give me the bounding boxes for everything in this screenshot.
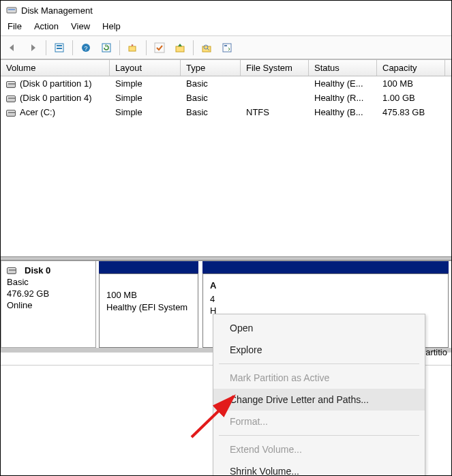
toolbar: ? bbox=[1, 36, 451, 59]
col-layout[interactable]: Layout bbox=[110, 60, 181, 76]
menu-open[interactable]: Open bbox=[213, 317, 425, 339]
svg-rect-15 bbox=[224, 45, 227, 46]
svg-rect-9 bbox=[155, 43, 164, 53]
forward-button[interactable] bbox=[25, 40, 40, 55]
search-folder-icon[interactable] bbox=[199, 40, 214, 55]
svg-rect-8 bbox=[129, 46, 136, 51]
context-menu: Open Explore Mark Partition as Active Ch… bbox=[213, 314, 425, 476]
volume-type: Basic bbox=[181, 106, 241, 118]
menu-view[interactable]: View bbox=[71, 21, 90, 31]
menu-mark-active: Mark Partition as Active bbox=[213, 367, 425, 389]
svg-rect-7 bbox=[102, 44, 110, 52]
disk-type: Basic bbox=[7, 277, 90, 287]
disk-icon bbox=[7, 267, 16, 274]
back-button[interactable] bbox=[5, 40, 20, 55]
partition-status: Healthy (EFI System bbox=[106, 301, 191, 314]
svg-text:?: ? bbox=[84, 45, 87, 52]
help-icon[interactable]: ? bbox=[78, 40, 93, 55]
drive-icon bbox=[6, 110, 16, 117]
volume-list[interactable]: (Disk 0 partition 1) Simple Basic Health… bbox=[1, 76, 451, 256]
menu-change-drive-letter[interactable]: Change Drive Letter and Paths... bbox=[213, 389, 425, 411]
partition-letter: A bbox=[210, 280, 220, 292]
volume-row[interactable]: Acer (C:) Simple Basic NTFS Healthy (B..… bbox=[1, 105, 451, 119]
volume-row[interactable]: (Disk 0 partition 4) Simple Basic Health… bbox=[1, 91, 451, 105]
volume-capacity: 100 MB bbox=[377, 78, 445, 89]
menu-format: Format... bbox=[213, 411, 425, 432]
window-title: Disk Management bbox=[21, 5, 93, 16]
title-bar: Disk Management bbox=[1, 1, 451, 18]
drive-icon bbox=[6, 95, 16, 102]
volume-status: Healthy (E... bbox=[309, 78, 377, 89]
app-icon bbox=[6, 5, 17, 16]
col-volume[interactable]: Volume bbox=[1, 60, 110, 76]
disk-name: Disk 0 bbox=[25, 265, 50, 276]
menu-shrink[interactable]: Shrink Volume... bbox=[213, 460, 425, 476]
volume-name: Acer (C:) bbox=[20, 107, 55, 117]
volume-layout: Simple bbox=[110, 92, 181, 104]
svg-rect-1 bbox=[8, 9, 15, 10]
refresh-icon[interactable] bbox=[99, 40, 114, 55]
partition-efi[interactable]: 100 MB Healthy (EFI System bbox=[99, 261, 198, 348]
volume-capacity: 475.83 GB bbox=[377, 106, 445, 118]
volume-layout: Simple bbox=[110, 106, 181, 118]
partition-size: 100 MB bbox=[106, 289, 191, 301]
volume-status: Healthy (B... bbox=[309, 106, 377, 118]
menu-help[interactable]: Help bbox=[102, 21, 121, 31]
menu-action[interactable]: Action bbox=[34, 21, 59, 31]
col-filesystem[interactable]: File System bbox=[241, 60, 309, 76]
up-folder-icon[interactable] bbox=[172, 40, 187, 55]
settings-list-icon[interactable] bbox=[52, 40, 67, 55]
col-capacity[interactable]: Capacity bbox=[377, 60, 445, 76]
volume-list-header: Volume Layout Type File System Status Ca… bbox=[1, 59, 451, 76]
svg-rect-14 bbox=[223, 44, 231, 52]
volume-layout: Simple bbox=[110, 78, 181, 89]
volume-fs: NTFS bbox=[241, 106, 309, 118]
volume-fs bbox=[241, 98, 309, 99]
properties-icon[interactable] bbox=[220, 40, 235, 55]
svg-rect-4 bbox=[57, 48, 62, 49]
svg-rect-10 bbox=[176, 46, 184, 52]
disk-size: 476.92 GB bbox=[7, 288, 90, 299]
volume-capacity: 1.00 GB bbox=[377, 92, 445, 104]
volume-type: Basic bbox=[181, 92, 241, 104]
menu-bar: File Action View Help bbox=[1, 18, 451, 36]
volume-type: Basic bbox=[181, 78, 241, 89]
volume-name: (Disk 0 partition 1) bbox=[20, 78, 91, 89]
svg-rect-3 bbox=[57, 45, 62, 46]
volume-fs bbox=[241, 83, 309, 85]
drive-icon bbox=[6, 81, 16, 88]
check-icon[interactable] bbox=[152, 40, 167, 55]
action-flag-icon[interactable] bbox=[125, 40, 140, 55]
volume-status: Healthy (R... bbox=[309, 92, 377, 104]
disk-label[interactable]: Disk 0 Basic 476.92 GB Online bbox=[1, 261, 96, 348]
col-status[interactable]: Status bbox=[309, 60, 377, 76]
volume-name: (Disk 0 partition 4) bbox=[20, 93, 91, 103]
col-type[interactable]: Type bbox=[181, 60, 241, 76]
volume-row[interactable]: (Disk 0 partition 1) Simple Basic Health… bbox=[1, 76, 451, 91]
menu-file[interactable]: File bbox=[7, 21, 22, 31]
menu-explore[interactable]: Explore bbox=[213, 339, 425, 361]
menu-extend: Extend Volume... bbox=[213, 438, 425, 460]
disk-state: Online bbox=[7, 300, 90, 310]
